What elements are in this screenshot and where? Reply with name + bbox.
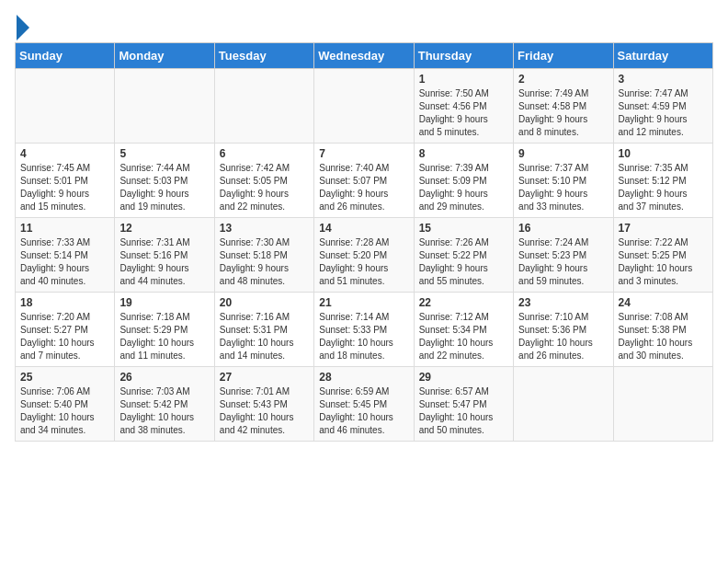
day-number: 12 <box>119 222 209 235</box>
day-cell: 5Sunrise: 7:44 AM Sunset: 5:03 PM Daylig… <box>115 144 214 218</box>
header-wednesday: Wednesday <box>314 43 414 69</box>
day-number: 19 <box>119 296 209 309</box>
day-info: Sunrise: 7:47 AM Sunset: 4:59 PM Dayligh… <box>619 87 708 139</box>
day-cell: 17Sunrise: 7:22 AM Sunset: 5:25 PM Dayli… <box>613 218 712 293</box>
day-cell: 14Sunrise: 7:28 AM Sunset: 5:20 PM Dayli… <box>314 218 414 293</box>
day-info: Sunrise: 7:45 AM Sunset: 5:01 PM Dayligh… <box>20 162 109 213</box>
week-row-2: 4Sunrise: 7:45 AM Sunset: 5:01 PM Daylig… <box>16 144 713 218</box>
day-cell: 29Sunrise: 6:57 AM Sunset: 5:47 PM Dayli… <box>414 367 513 442</box>
day-info: Sunrise: 7:37 AM Sunset: 5:10 PM Dayligh… <box>518 162 608 213</box>
day-cell: 2Sunrise: 7:49 AM Sunset: 4:58 PM Daylig… <box>514 69 613 144</box>
day-number: 17 <box>619 222 708 235</box>
day-cell: 18Sunrise: 7:20 AM Sunset: 5:27 PM Dayli… <box>16 293 115 367</box>
day-cell: 6Sunrise: 7:42 AM Sunset: 5:05 PM Daylig… <box>214 144 313 218</box>
day-cell: 21Sunrise: 7:14 AM Sunset: 5:33 PM Dayli… <box>314 293 414 367</box>
day-number: 10 <box>619 147 708 160</box>
day-cell: 10Sunrise: 7:35 AM Sunset: 5:12 PM Dayli… <box>613 144 712 218</box>
day-info: Sunrise: 7:20 AM Sunset: 5:27 PM Dayligh… <box>20 311 109 362</box>
day-cell: 25Sunrise: 7:06 AM Sunset: 5:40 PM Dayli… <box>16 367 115 442</box>
day-info: Sunrise: 7:31 AM Sunset: 5:16 PM Dayligh… <box>119 236 209 288</box>
day-number: 16 <box>518 222 608 235</box>
day-info: Sunrise: 7:33 AM Sunset: 5:14 PM Dayligh… <box>20 236 109 288</box>
day-number: 29 <box>419 371 508 384</box>
day-cell: 13Sunrise: 7:30 AM Sunset: 5:18 PM Dayli… <box>214 218 313 293</box>
day-info: Sunrise: 7:03 AM Sunset: 5:42 PM Dayligh… <box>119 385 209 437</box>
day-info: Sunrise: 7:35 AM Sunset: 5:12 PM Dayligh… <box>619 162 708 213</box>
day-info: Sunrise: 7:12 AM Sunset: 5:34 PM Dayligh… <box>419 311 508 362</box>
logo-triangle-icon <box>17 15 29 40</box>
day-cell: 19Sunrise: 7:18 AM Sunset: 5:29 PM Dayli… <box>115 293 214 367</box>
day-info: Sunrise: 7:28 AM Sunset: 5:20 PM Dayligh… <box>319 236 408 288</box>
day-number: 4 <box>20 147 109 160</box>
header-monday: Monday <box>115 43 214 69</box>
day-cell: 26Sunrise: 7:03 AM Sunset: 5:42 PM Dayli… <box>115 367 214 442</box>
week-row-5: 25Sunrise: 7:06 AM Sunset: 5:40 PM Dayli… <box>16 367 713 442</box>
day-info: Sunrise: 7:18 AM Sunset: 5:29 PM Dayligh… <box>119 311 209 362</box>
header-row: SundayMondayTuesdayWednesdayThursdayFrid… <box>16 43 713 69</box>
day-cell: 27Sunrise: 7:01 AM Sunset: 5:43 PM Dayli… <box>214 367 313 442</box>
header-saturday: Saturday <box>613 43 712 69</box>
day-number: 6 <box>220 147 309 160</box>
logo <box>15 18 29 35</box>
day-number: 7 <box>319 147 408 160</box>
day-cell: 8Sunrise: 7:39 AM Sunset: 5:09 PM Daylig… <box>414 144 513 218</box>
week-row-4: 18Sunrise: 7:20 AM Sunset: 5:27 PM Dayli… <box>16 293 713 367</box>
day-number: 18 <box>20 296 109 309</box>
day-info: Sunrise: 7:08 AM Sunset: 5:38 PM Dayligh… <box>619 311 708 362</box>
week-row-1: 1Sunrise: 7:50 AM Sunset: 4:56 PM Daylig… <box>16 69 713 144</box>
day-cell <box>16 69 115 144</box>
day-cell: 9Sunrise: 7:37 AM Sunset: 5:10 PM Daylig… <box>514 144 613 218</box>
day-info: Sunrise: 7:49 AM Sunset: 4:58 PM Dayligh… <box>518 87 608 139</box>
day-cell: 7Sunrise: 7:40 AM Sunset: 5:07 PM Daylig… <box>314 144 414 218</box>
day-cell <box>314 69 414 144</box>
day-number: 3 <box>619 73 708 86</box>
header-sunday: Sunday <box>16 43 115 69</box>
day-info: Sunrise: 7:50 AM Sunset: 4:56 PM Dayligh… <box>419 87 508 139</box>
day-number: 14 <box>319 222 408 235</box>
day-info: Sunrise: 6:59 AM Sunset: 5:45 PM Dayligh… <box>319 385 408 437</box>
day-number: 5 <box>119 147 209 160</box>
day-number: 24 <box>619 296 708 309</box>
day-info: Sunrise: 7:26 AM Sunset: 5:22 PM Dayligh… <box>419 236 508 288</box>
day-cell: 20Sunrise: 7:16 AM Sunset: 5:31 PM Dayli… <box>214 293 313 367</box>
day-number: 21 <box>319 296 408 309</box>
day-number: 28 <box>319 371 408 384</box>
day-cell: 4Sunrise: 7:45 AM Sunset: 5:01 PM Daylig… <box>16 144 115 218</box>
day-cell <box>115 69 214 144</box>
day-info: Sunrise: 7:22 AM Sunset: 5:25 PM Dayligh… <box>619 236 708 288</box>
day-info: Sunrise: 7:10 AM Sunset: 5:36 PM Dayligh… <box>518 311 608 362</box>
day-cell: 12Sunrise: 7:31 AM Sunset: 5:16 PM Dayli… <box>115 218 214 293</box>
day-number: 15 <box>419 222 508 235</box>
day-cell: 3Sunrise: 7:47 AM Sunset: 4:59 PM Daylig… <box>613 69 712 144</box>
day-info: Sunrise: 7:16 AM Sunset: 5:31 PM Dayligh… <box>220 311 309 362</box>
day-info: Sunrise: 7:14 AM Sunset: 5:33 PM Dayligh… <box>319 311 408 362</box>
day-number: 23 <box>518 296 608 309</box>
day-number: 25 <box>20 371 109 384</box>
day-cell: 28Sunrise: 6:59 AM Sunset: 5:45 PM Dayli… <box>314 367 414 442</box>
header-tuesday: Tuesday <box>214 43 313 69</box>
day-info: Sunrise: 7:40 AM Sunset: 5:07 PM Dayligh… <box>319 162 408 213</box>
day-info: Sunrise: 7:01 AM Sunset: 5:43 PM Dayligh… <box>220 385 309 437</box>
day-cell: 15Sunrise: 7:26 AM Sunset: 5:22 PM Dayli… <box>414 218 513 293</box>
day-cell: 22Sunrise: 7:12 AM Sunset: 5:34 PM Dayli… <box>414 293 513 367</box>
page-header <box>15 15 713 35</box>
day-cell: 24Sunrise: 7:08 AM Sunset: 5:38 PM Dayli… <box>613 293 712 367</box>
day-info: Sunrise: 7:44 AM Sunset: 5:03 PM Dayligh… <box>119 162 209 213</box>
day-number: 27 <box>220 371 309 384</box>
day-number: 9 <box>518 147 608 160</box>
day-number: 26 <box>119 371 209 384</box>
day-cell: 11Sunrise: 7:33 AM Sunset: 5:14 PM Dayli… <box>16 218 115 293</box>
day-info: Sunrise: 7:30 AM Sunset: 5:18 PM Dayligh… <box>220 236 309 288</box>
day-number: 1 <box>419 73 508 86</box>
calendar-table: SundayMondayTuesdayWednesdayThursdayFrid… <box>15 42 713 442</box>
day-cell <box>514 367 613 442</box>
day-cell: 16Sunrise: 7:24 AM Sunset: 5:23 PM Dayli… <box>514 218 613 293</box>
day-info: Sunrise: 7:42 AM Sunset: 5:05 PM Dayligh… <box>220 162 309 213</box>
day-cell: 23Sunrise: 7:10 AM Sunset: 5:36 PM Dayli… <box>514 293 613 367</box>
day-info: Sunrise: 6:57 AM Sunset: 5:47 PM Dayligh… <box>419 385 508 437</box>
day-info: Sunrise: 7:06 AM Sunset: 5:40 PM Dayligh… <box>20 385 109 437</box>
day-number: 11 <box>20 222 109 235</box>
header-friday: Friday <box>514 43 613 69</box>
header-thursday: Thursday <box>414 43 513 69</box>
day-number: 13 <box>220 222 309 235</box>
